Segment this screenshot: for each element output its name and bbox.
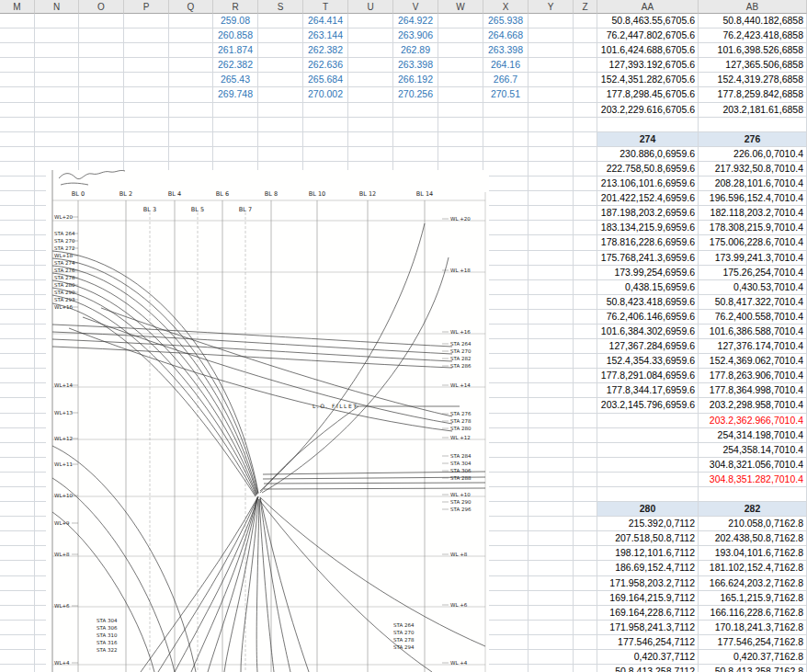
cell-X31[interactable] [483,458,529,473]
cell-V9[interactable] [393,132,438,147]
cell-S7[interactable] [258,103,303,118]
cell-U7[interactable] [348,103,393,118]
cell-AA45[interactable]: 50.8,413.258,7112 [597,665,699,672]
cell-Q6[interactable] [169,87,213,102]
cell-X35[interactable] [483,517,529,531]
cell-AB36[interactable]: 202.438,50.8,7162.8 [699,531,807,546]
cell-Y30[interactable] [529,443,574,458]
cell-M20[interactable] [0,295,35,310]
cell-M36[interactable] [0,531,35,546]
cell-Y26[interactable] [529,383,574,398]
cell-P3[interactable] [124,43,169,58]
cell-Z36[interactable] [574,531,597,546]
cell-O10[interactable] [79,147,124,162]
cell-M3[interactable] [0,43,35,58]
cell-R9[interactable] [213,132,258,147]
cell-V2[interactable]: 263.906 [393,28,438,43]
cell-AA17[interactable]: 175.768,241.3,6959.6 [597,251,699,266]
cell-Z40[interactable] [574,591,597,606]
cell-X6[interactable]: 270.51 [483,87,529,102]
cell-AB32[interactable]: 304.8,351.282,7010.4 [699,473,807,487]
cell-M27[interactable] [0,398,35,413]
cell-Z43[interactable] [574,635,597,650]
column-header-P[interactable]: P [124,0,169,14]
cell-X32[interactable] [483,473,529,487]
cell-X11[interactable] [483,162,529,177]
cell-Y19[interactable] [529,280,574,295]
cell-Z1[interactable] [574,14,597,28]
column-header-R[interactable]: R [213,0,258,14]
cell-V4[interactable]: 263.398 [393,58,438,73]
cell-T5[interactable]: 265.684 [303,73,348,87]
cell-M7[interactable] [0,103,35,118]
cell-AA16[interactable]: 178.816,228.6,6959.6 [597,235,699,250]
cell-Z3[interactable] [574,43,597,58]
cell-P9[interactable] [124,132,169,147]
cell-AA19[interactable]: 0,438.15,6959.6 [597,280,699,295]
cell-AB21[interactable]: 76.2,400.558,7010.4 [699,310,807,325]
cell-AB43[interactable]: 177.546,254,7162.8 [699,635,807,650]
cell-AB40[interactable]: 165.1,215.9,7162.8 [699,591,807,606]
cell-AB13[interactable]: 196.596,152.4,7010.4 [699,191,807,206]
cell-M44[interactable] [0,650,35,665]
cell-AA2[interactable]: 76.2,447.802,6705.6 [597,28,699,43]
cell-Y11[interactable] [529,162,574,177]
cell-X15[interactable] [483,221,529,235]
cell-AA11[interactable]: 222.758,50.8,6959.6 [597,162,699,177]
cell-T9[interactable] [303,132,348,147]
cell-AB41[interactable]: 166.116,228.6,7162.8 [699,606,807,621]
cell-Z13[interactable] [574,191,597,206]
cell-AB30[interactable]: 254,358.14,7010.4 [699,443,807,458]
cell-M21[interactable] [0,310,35,325]
cell-X24[interactable] [483,354,529,369]
cell-Z31[interactable] [574,458,597,473]
column-header-X[interactable]: X [483,0,529,14]
cell-O7[interactable] [79,103,124,118]
cell-Z4[interactable] [574,58,597,73]
cell-AB23[interactable]: 127,376.174,7010.4 [699,339,807,354]
cell-Z45[interactable] [574,665,597,672]
cell-M17[interactable] [0,251,35,266]
cell-Y9[interactable] [529,132,574,147]
cell-V3[interactable]: 262.89 [393,43,438,58]
cell-U6[interactable] [348,87,393,102]
cell-Z35[interactable] [574,517,597,531]
cell-Y17[interactable] [529,251,574,266]
cell-M15[interactable] [0,221,35,235]
cell-Z10[interactable] [574,147,597,162]
cell-Z37[interactable] [574,546,597,561]
cell-V10[interactable] [393,147,438,162]
cell-N5[interactable] [35,73,79,87]
cell-AB25[interactable]: 177.8,263.906,7010.4 [699,369,807,383]
cell-Y20[interactable] [529,295,574,310]
cell-AB8[interactable] [699,118,807,132]
cell-M41[interactable] [0,606,35,621]
column-header-T[interactable]: T [303,0,348,14]
cell-T1[interactable]: 264.414 [303,14,348,28]
cell-AA5[interactable]: 152.4,351.282,6705.6 [597,73,699,87]
cell-AA34[interactable]: 280 [597,502,699,517]
cell-Y33[interactable] [529,487,574,502]
cell-Y38[interactable] [529,561,574,575]
cell-AB28[interactable]: 203.2,362.966,7010.4 [699,414,807,428]
cell-Y14[interactable] [529,206,574,221]
cell-AA26[interactable]: 177.8,344.17,6959.6 [597,383,699,398]
cell-AB44[interactable]: 0,420.37,7162.8 [699,650,807,665]
cell-AB29[interactable]: 254,314.198,7010.4 [699,428,807,443]
cell-U9[interactable] [348,132,393,147]
cell-Z12[interactable] [574,177,597,191]
cell-AB26[interactable]: 177.8,364.998,7010.4 [699,383,807,398]
cell-AB27[interactable]: 203.2,298.958,7010.4 [699,398,807,413]
cell-AA24[interactable]: 152.4,354.33,6959.6 [597,354,699,369]
cell-P1[interactable] [124,14,169,28]
cell-Z42[interactable] [574,621,597,635]
cell-Z15[interactable] [574,221,597,235]
cell-AA1[interactable]: 50.8,463.55,6705.6 [597,14,699,28]
cell-AA31[interactable] [597,458,699,473]
cell-Y36[interactable] [529,531,574,546]
cell-P5[interactable] [124,73,169,87]
cell-M31[interactable] [0,458,35,473]
cell-AA39[interactable]: 171.958,203.2,7112 [597,576,699,591]
cell-M30[interactable] [0,443,35,458]
cell-AA38[interactable]: 186.69,152.4,7112 [597,561,699,575]
